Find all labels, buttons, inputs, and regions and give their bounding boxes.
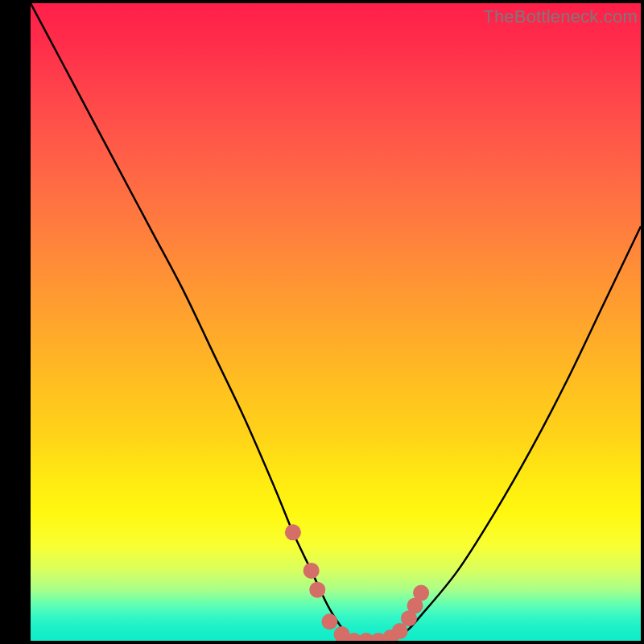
highlight-dot (392, 623, 408, 639)
curve-layer (31, 3, 641, 641)
plot-area (31, 3, 641, 641)
highlight-dot (285, 524, 301, 540)
highlight-dot (346, 633, 362, 641)
highlight-dot (407, 597, 423, 613)
chart-frame: TheBottleneck.com (0, 0, 644, 644)
highlight-dots-group (285, 524, 429, 641)
attribution-text: TheBottleneck.com (483, 6, 638, 27)
highlight-dot (321, 613, 337, 630)
highlight-dot (382, 630, 398, 641)
highlight-dot (370, 633, 386, 641)
highlight-dot (401, 610, 417, 626)
highlight-dot (358, 633, 374, 641)
highlight-dot (413, 585, 429, 601)
highlight-dot (309, 582, 325, 598)
highlight-dot (303, 563, 320, 579)
highlight-dot (334, 626, 350, 641)
bottleneck-curve (31, 3, 641, 641)
